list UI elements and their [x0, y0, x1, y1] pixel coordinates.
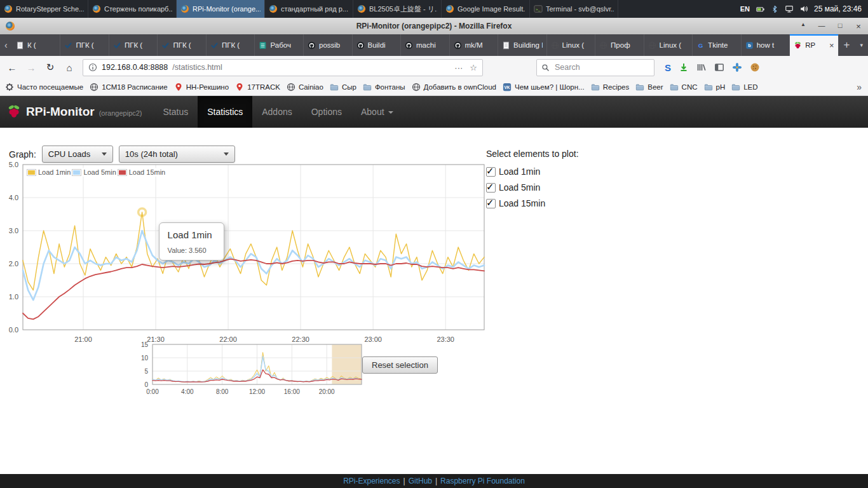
- tab[interactable]: Проф: [595, 34, 644, 56]
- tab[interactable]: machi: [401, 34, 450, 56]
- tab[interactable]: Buildi: [353, 34, 402, 56]
- taskbar-window-button[interactable]: Стержень поликарб...: [88, 0, 177, 18]
- cpu-load-chart[interactable]: 21:0021:3022:0022:3023:0023:300.01.02.03…: [0, 162, 492, 349]
- nav-item-about[interactable]: About: [351, 96, 403, 128]
- tab[interactable]: Linux (: [644, 34, 693, 56]
- home-button[interactable]: ⌂: [61, 59, 78, 76]
- bookmark-folder[interactable]: CNC: [670, 83, 698, 92]
- nav-item-status[interactable]: Status: [154, 96, 198, 128]
- nav-item-options[interactable]: Options: [302, 96, 351, 128]
- cookie-extension-icon[interactable]: [750, 62, 760, 72]
- url-bar[interactable]: 192.168.0.48:8888/statistics.html ··· ☆: [83, 59, 483, 76]
- bookmark-folder[interactable]: Recipes: [591, 83, 630, 92]
- toolbar-extension-icons: S: [665, 62, 760, 73]
- interval-select[interactable]: 10s (24h total): [119, 146, 235, 163]
- overview-chart[interactable]: 0:004:008:0012:0016:0020:00051015: [140, 342, 366, 399]
- legend-swatch-load5min: [72, 169, 81, 176]
- shade-window-button[interactable]: ▲: [799, 22, 808, 31]
- brand[interactable]: RPi-Monitor (orangepipc2): [0, 96, 154, 128]
- tab[interactable]: possib: [304, 34, 353, 56]
- bluetooth-icon[interactable]: [771, 5, 779, 13]
- bookmarks-toolbar: Часто посещаемые 1СМ18 Расписание НН-Рек…: [0, 79, 868, 96]
- plot-panel-title: Select elements to plot:: [486, 149, 579, 159]
- session-manager-icon[interactable]: S: [665, 62, 671, 73]
- forward-button[interactable]: →: [23, 59, 39, 76]
- tab[interactable]: ПГК (: [109, 34, 158, 56]
- sidebar-icon[interactable]: [714, 62, 724, 72]
- maximize-window-button[interactable]: □: [836, 22, 844, 31]
- site-info-icon[interactable]: [88, 63, 97, 72]
- tab[interactable]: mk/M: [450, 34, 499, 56]
- footer-link-github[interactable]: GitHub: [409, 477, 432, 485]
- library-icon[interactable]: [696, 62, 707, 72]
- tab-active[interactable]: RP×: [790, 34, 839, 56]
- tab[interactable]: Tkinte: [693, 34, 742, 56]
- nav-item-statistics[interactable]: Statistics: [198, 96, 252, 128]
- close-window-button[interactable]: ×: [854, 22, 863, 31]
- desktop-screen: RotaryStepper Sche... Стержень поликарб.…: [0, 0, 868, 488]
- plot-area[interactable]: [23, 165, 484, 330]
- legend-swatch-load1min: [27, 169, 36, 176]
- bookmark-item[interactable]: НН-Рекшино: [174, 83, 229, 92]
- tab[interactable]: ПГК (: [60, 34, 109, 56]
- bookmark-item[interactable]: Cainiao: [287, 83, 323, 92]
- back-button[interactable]: ←: [4, 59, 20, 76]
- tooltip-title: Load 1min: [168, 229, 212, 240]
- taskbar-window-button-active[interactable]: RPi-Monitor (orange...: [177, 0, 265, 18]
- window-titlebar[interactable]: RPi-Monitor (orangepipc2) - Mozilla Fire…: [0, 18, 868, 35]
- footer-link-rpi-experiences[interactable]: RPi-Experiences: [343, 477, 400, 485]
- tab[interactable]: Building L: [498, 34, 547, 56]
- tab[interactable]: ПГК (: [158, 34, 207, 56]
- taskbar-window-button[interactable]: стандартный ряд р...: [265, 0, 353, 18]
- reset-selection-button[interactable]: Reset selection: [362, 356, 438, 374]
- bookmark-item[interactable]: Чем шьем? | Шорн...: [503, 83, 585, 92]
- bookmark-folder[interactable]: LED: [731, 83, 757, 92]
- taskbar-window-button[interactable]: RotaryStepper Sche...: [0, 0, 88, 18]
- battery-icon[interactable]: [756, 4, 765, 14]
- reload-button[interactable]: ↻: [42, 59, 58, 76]
- bookmarks-overflow-chevron-icon[interactable]: »: [851, 79, 868, 95]
- taskbar-window-button[interactable]: Google Image Result...: [442, 0, 530, 18]
- tab[interactable]: ПГК (: [207, 34, 255, 56]
- bookmark-item[interactable]: Добавить в ownCloud: [412, 83, 496, 92]
- network-icon[interactable]: [785, 4, 794, 13]
- taskbar-window-button[interactable]: BL2505卓上旋盤 - リ...: [353, 0, 442, 18]
- tab-label: Linux (: [562, 41, 592, 49]
- bookmark-folder[interactable]: Фонтаны: [363, 83, 405, 92]
- bookmark-folder[interactable]: Сыр: [330, 83, 356, 92]
- all-tabs-button[interactable]: ▾: [855, 34, 868, 56]
- clock[interactable]: 25 май, 23:46: [814, 4, 862, 13]
- taskbar-window-button[interactable]: Terminal - svb@qslvr...: [530, 0, 618, 18]
- page-actions-icon[interactable]: ···: [454, 63, 463, 72]
- bookmark-folder[interactable]: pH: [704, 83, 726, 92]
- keyboard-layout-indicator[interactable]: EN: [740, 5, 750, 13]
- chart-tooltip: Load 1min Value: 3.560: [159, 222, 224, 261]
- nav-item-addons[interactable]: Addons: [252, 96, 301, 128]
- tab-scroll-left-button[interactable]: ‹: [0, 34, 12, 56]
- volume-icon[interactable]: [799, 4, 808, 13]
- minimize-window-button[interactable]: —: [817, 22, 826, 31]
- tab[interactable]: how t: [742, 34, 790, 56]
- pin-icon: [174, 83, 183, 92]
- download-icon[interactable]: [679, 62, 689, 72]
- bookmark-label: Фонтаны: [375, 83, 405, 91]
- search-input[interactable]: [553, 62, 639, 72]
- bookmark-item[interactable]: 1СМ18 Расписание: [90, 83, 168, 92]
- search-bar[interactable]: [536, 59, 654, 76]
- tab[interactable]: Рабоч: [255, 34, 304, 56]
- page-icon: [502, 41, 510, 50]
- graph-label: Graph:: [9, 149, 36, 159]
- tab[interactable]: Linux (: [547, 34, 596, 56]
- footer-link-raspberry-pi-foundation[interactable]: Raspberry Pi Foundation: [440, 477, 525, 485]
- bookmark-folder[interactable]: Beer: [635, 83, 663, 92]
- bookmark-item[interactable]: 17TRACK: [235, 83, 280, 92]
- plot-element-row: Load 1min: [486, 166, 579, 177]
- check-icon: [64, 41, 72, 50]
- bookmark-item[interactable]: Часто посещаемые: [5, 83, 83, 92]
- tab[interactable]: К (: [12, 34, 61, 56]
- tab-close-icon[interactable]: ×: [829, 41, 834, 50]
- bookmark-star-icon[interactable]: ☆: [470, 63, 477, 72]
- graph-type-select[interactable]: CPU Loads: [42, 146, 113, 163]
- pinwheel-extension-icon[interactable]: [732, 62, 742, 72]
- new-tab-button[interactable]: +: [839, 34, 855, 56]
